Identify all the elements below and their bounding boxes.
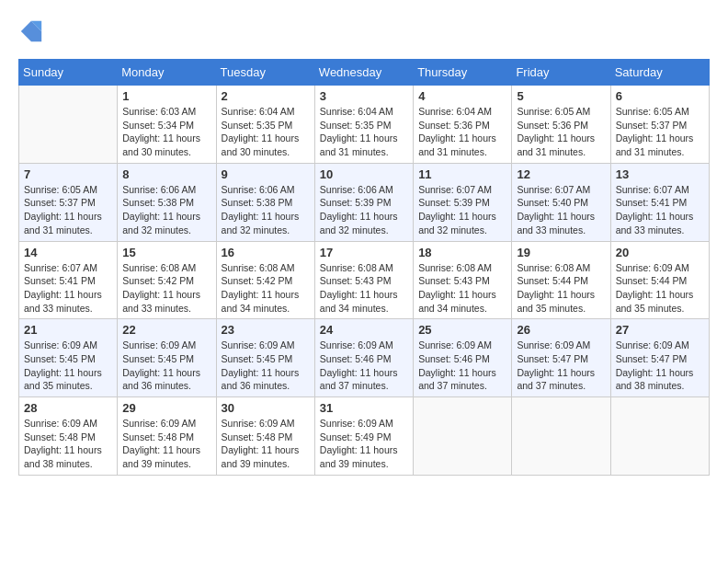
- calendar-cell: 14Sunrise: 6:07 AMSunset: 5:41 PMDayligh…: [19, 241, 118, 319]
- calendar-cell: [512, 397, 610, 476]
- calendar-cell: 18Sunrise: 6:08 AMSunset: 5:43 PMDayligh…: [414, 241, 512, 319]
- calendar-cell: 9Sunrise: 6:06 AMSunset: 5:38 PMDaylight…: [216, 163, 314, 241]
- day-info: Sunrise: 6:09 AMSunset: 5:45 PMDaylight:…: [222, 339, 310, 393]
- day-number: 7: [24, 167, 112, 181]
- day-number: 25: [418, 323, 506, 337]
- calendar-cell: 16Sunrise: 6:08 AMSunset: 5:42 PMDayligh…: [216, 241, 314, 319]
- column-header-saturday: Saturday: [610, 60, 709, 86]
- calendar-cell: [610, 397, 709, 476]
- calendar-cell: 23Sunrise: 6:09 AMSunset: 5:45 PMDayligh…: [216, 319, 314, 397]
- calendar-cell: 22Sunrise: 6:09 AMSunset: 5:45 PMDayligh…: [118, 319, 216, 397]
- day-number: 28: [24, 401, 112, 415]
- day-number: 1: [122, 89, 210, 103]
- day-info: Sunrise: 6:08 AMSunset: 5:43 PMDaylight:…: [418, 261, 506, 316]
- day-number: 19: [517, 246, 605, 259]
- calendar-cell: 12Sunrise: 6:07 AMSunset: 5:40 PMDayligh…: [512, 163, 610, 241]
- day-info: Sunrise: 6:04 AMSunset: 5:35 PMDaylight:…: [222, 105, 310, 159]
- day-info: Sunrise: 6:09 AMSunset: 5:49 PMDaylight:…: [320, 417, 408, 471]
- column-header-tuesday: Tuesday: [216, 60, 314, 86]
- day-info: Sunrise: 6:06 AMSunset: 5:38 PMDaylight:…: [122, 183, 210, 237]
- day-number: 3: [320, 89, 408, 103]
- calendar-cell: 11Sunrise: 6:07 AMSunset: 5:39 PMDayligh…: [414, 163, 512, 241]
- day-info: Sunrise: 6:08 AMSunset: 5:42 PMDaylight:…: [122, 261, 210, 316]
- day-info: Sunrise: 6:03 AMSunset: 5:34 PMDaylight:…: [122, 105, 210, 159]
- day-info: Sunrise: 6:04 AMSunset: 5:36 PMDaylight:…: [418, 105, 506, 159]
- day-number: 26: [517, 323, 605, 337]
- day-number: 2: [222, 89, 310, 103]
- day-info: Sunrise: 6:09 AMSunset: 5:48 PMDaylight:…: [222, 417, 310, 471]
- day-number: 20: [616, 246, 704, 259]
- day-info: Sunrise: 6:09 AMSunset: 5:45 PMDaylight:…: [24, 339, 112, 393]
- day-number: 24: [320, 323, 408, 337]
- day-info: Sunrise: 6:09 AMSunset: 5:44 PMDaylight:…: [616, 261, 704, 316]
- day-info: Sunrise: 6:07 AMSunset: 5:40 PMDaylight:…: [517, 183, 605, 237]
- calendar-cell: 27Sunrise: 6:09 AMSunset: 5:47 PMDayligh…: [610, 319, 709, 397]
- day-number: 10: [320, 167, 408, 181]
- calendar-table: SundayMondayTuesdayWednesdayThursdayFrid…: [18, 59, 710, 476]
- day-info: Sunrise: 6:09 AMSunset: 5:48 PMDaylight:…: [24, 417, 112, 471]
- day-number: 23: [222, 323, 310, 337]
- calendar-cell: 25Sunrise: 6:09 AMSunset: 5:46 PMDayligh…: [414, 319, 512, 397]
- column-header-thursday: Thursday: [414, 60, 512, 86]
- calendar-cell: 10Sunrise: 6:06 AMSunset: 5:39 PMDayligh…: [314, 163, 413, 241]
- day-number: 21: [24, 323, 112, 337]
- day-number: 17: [320, 246, 408, 259]
- column-header-sunday: Sunday: [19, 60, 118, 86]
- day-info: Sunrise: 6:08 AMSunset: 5:44 PMDaylight:…: [517, 261, 605, 316]
- column-header-friday: Friday: [512, 60, 610, 86]
- day-info: Sunrise: 6:08 AMSunset: 5:42 PMDaylight:…: [222, 261, 310, 316]
- calendar-cell: 24Sunrise: 6:09 AMSunset: 5:46 PMDayligh…: [314, 319, 413, 397]
- calendar-cell: 31Sunrise: 6:09 AMSunset: 5:49 PMDayligh…: [314, 397, 413, 476]
- day-info: Sunrise: 6:09 AMSunset: 5:47 PMDaylight:…: [517, 339, 605, 393]
- day-number: 18: [418, 246, 506, 259]
- calendar-cell: 28Sunrise: 6:09 AMSunset: 5:48 PMDayligh…: [19, 397, 118, 476]
- day-number: 27: [616, 323, 704, 337]
- day-info: Sunrise: 6:09 AMSunset: 5:46 PMDaylight:…: [418, 339, 506, 393]
- page-header: [18, 18, 710, 44]
- day-number: 31: [320, 401, 408, 415]
- day-info: Sunrise: 6:05 AMSunset: 5:37 PMDaylight:…: [24, 183, 112, 237]
- logo-icon: [18, 18, 44, 44]
- day-number: 13: [616, 167, 704, 181]
- day-info: Sunrise: 6:06 AMSunset: 5:39 PMDaylight:…: [320, 183, 408, 237]
- calendar-cell: 8Sunrise: 6:06 AMSunset: 5:38 PMDaylight…: [118, 163, 216, 241]
- day-info: Sunrise: 6:06 AMSunset: 5:38 PMDaylight:…: [222, 183, 310, 237]
- calendar-cell: 2Sunrise: 6:04 AMSunset: 5:35 PMDaylight…: [216, 86, 314, 164]
- calendar-cell: 26Sunrise: 6:09 AMSunset: 5:47 PMDayligh…: [512, 319, 610, 397]
- calendar-cell: 13Sunrise: 6:07 AMSunset: 5:41 PMDayligh…: [610, 163, 709, 241]
- calendar-cell: 20Sunrise: 6:09 AMSunset: 5:44 PMDayligh…: [610, 241, 709, 319]
- day-number: 29: [122, 401, 210, 415]
- day-number: 11: [418, 167, 506, 181]
- calendar-week-row: 7Sunrise: 6:05 AMSunset: 5:37 PMDaylight…: [19, 163, 710, 241]
- day-number: 6: [616, 89, 704, 103]
- day-number: 16: [222, 246, 310, 259]
- calendar-week-row: 1Sunrise: 6:03 AMSunset: 5:34 PMDaylight…: [19, 86, 710, 164]
- day-info: Sunrise: 6:07 AMSunset: 5:39 PMDaylight:…: [418, 183, 506, 237]
- calendar-cell: 6Sunrise: 6:05 AMSunset: 5:37 PMDaylight…: [610, 86, 709, 164]
- day-info: Sunrise: 6:05 AMSunset: 5:37 PMDaylight:…: [616, 105, 704, 159]
- calendar-cell: 7Sunrise: 6:05 AMSunset: 5:37 PMDaylight…: [19, 163, 118, 241]
- calendar-cell: 30Sunrise: 6:09 AMSunset: 5:48 PMDayligh…: [216, 397, 314, 476]
- day-number: 30: [222, 401, 310, 415]
- calendar-cell: [414, 397, 512, 476]
- calendar-cell: 29Sunrise: 6:09 AMSunset: 5:48 PMDayligh…: [118, 397, 216, 476]
- day-number: 15: [122, 246, 210, 259]
- calendar-cell: 1Sunrise: 6:03 AMSunset: 5:34 PMDaylight…: [118, 86, 216, 164]
- column-header-wednesday: Wednesday: [314, 60, 413, 86]
- day-info: Sunrise: 6:05 AMSunset: 5:36 PMDaylight:…: [517, 105, 605, 159]
- calendar-cell: 21Sunrise: 6:09 AMSunset: 5:45 PMDayligh…: [19, 319, 118, 397]
- day-number: 8: [122, 167, 210, 181]
- calendar-cell: 17Sunrise: 6:08 AMSunset: 5:43 PMDayligh…: [314, 241, 413, 319]
- calendar-cell: 19Sunrise: 6:08 AMSunset: 5:44 PMDayligh…: [512, 241, 610, 319]
- day-info: Sunrise: 6:09 AMSunset: 5:47 PMDaylight:…: [616, 339, 704, 393]
- day-number: 4: [418, 89, 506, 103]
- column-header-monday: Monday: [118, 60, 216, 86]
- calendar-week-row: 28Sunrise: 6:09 AMSunset: 5:48 PMDayligh…: [19, 397, 710, 476]
- day-info: Sunrise: 6:09 AMSunset: 5:48 PMDaylight:…: [122, 417, 210, 471]
- day-info: Sunrise: 6:07 AMSunset: 5:41 PMDaylight:…: [24, 261, 112, 316]
- day-number: 12: [517, 167, 605, 181]
- day-info: Sunrise: 6:08 AMSunset: 5:43 PMDaylight:…: [320, 261, 408, 316]
- calendar-header-row: SundayMondayTuesdayWednesdayThursdayFrid…: [19, 60, 710, 86]
- calendar-cell: 4Sunrise: 6:04 AMSunset: 5:36 PMDaylight…: [414, 86, 512, 164]
- day-number: 22: [122, 323, 210, 337]
